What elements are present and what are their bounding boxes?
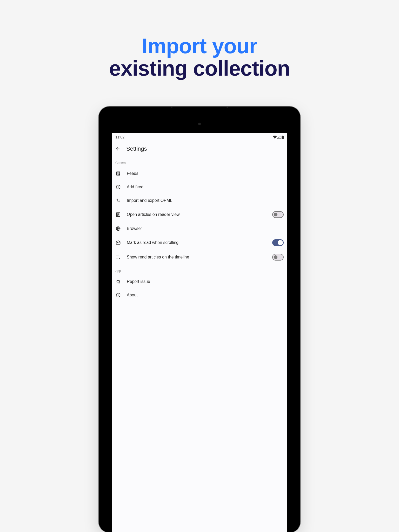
battery-icon [282, 136, 284, 139]
globe-icon [115, 226, 121, 231]
article-icon [115, 212, 121, 217]
status-bar: 11:02 [112, 133, 287, 140]
svg-rect-1 [282, 136, 284, 139]
import-export-icon [115, 198, 121, 203]
settings-label-browser: Browser [127, 226, 284, 231]
tablet-notch [171, 107, 228, 108]
settings-item-feeds[interactable]: Feeds [112, 167, 287, 180]
settings-label-reader-view: Open articles on reader view [127, 212, 267, 217]
toggle-mark-read[interactable] [272, 239, 284, 246]
settings-item-browser[interactable]: Browser [112, 222, 287, 235]
section-header-app: App [112, 264, 287, 275]
promo-headline: Import your existing collection [0, 0, 399, 107]
section-header-general: General [112, 156, 287, 167]
status-icons [273, 136, 284, 139]
promo-headline-line2: existing collection [0, 56, 399, 81]
settings-label-add-feed: Add feed [127, 185, 284, 189]
signal-icon [277, 136, 281, 139]
wifi-icon [273, 136, 277, 139]
status-time: 11:02 [115, 135, 124, 139]
settings-item-show-read[interactable]: Show read articles on the timeline [112, 250, 287, 264]
settings-label-report-issue: Report issue [127, 279, 284, 284]
settings-item-import-export[interactable]: Import and export OPML [112, 194, 287, 207]
add-circle-icon [115, 184, 121, 190]
feeds-icon [115, 171, 121, 176]
settings-label-about: About [127, 293, 284, 297]
tablet-screen: 11:02 Settings General [112, 133, 287, 532]
settings-label-show-read: Show read articles on the timeline [127, 255, 267, 260]
mail-read-icon [115, 240, 121, 245]
settings-item-reader-view[interactable]: Open articles on reader view [112, 207, 287, 222]
toggle-reader-view[interactable] [272, 211, 284, 218]
back-button[interactable] [115, 146, 121, 151]
toggle-show-read[interactable] [272, 254, 284, 261]
settings-label-feeds: Feeds [127, 171, 284, 176]
settings-label-mark-read: Mark as read when scrolling [127, 240, 267, 245]
settings-item-about[interactable]: About [112, 288, 287, 302]
tablet-frame: 11:02 Settings General [99, 107, 300, 532]
page-title: Settings [126, 145, 147, 152]
svg-rect-0 [282, 136, 283, 136]
tablet-camera [198, 123, 201, 125]
promo-headline-line1: Import your [0, 34, 399, 58]
info-icon [115, 292, 121, 298]
settings-item-report-issue[interactable]: Report issue [112, 275, 287, 288]
app-bar: Settings [112, 140, 287, 156]
settings-item-add-feed[interactable]: Add feed [112, 180, 287, 194]
bug-icon [115, 279, 121, 284]
settings-item-mark-read[interactable]: Mark as read when scrolling [112, 235, 287, 250]
playlist-check-icon [115, 254, 121, 260]
settings-label-import-export: Import and export OPML [127, 198, 284, 203]
